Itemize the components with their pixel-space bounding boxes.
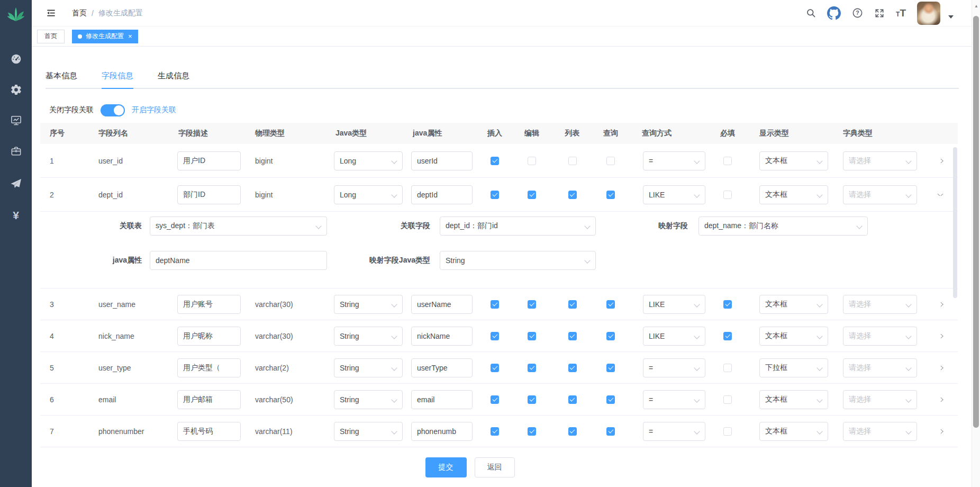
query-checkbox[interactable] <box>606 300 615 309</box>
java-type-select[interactable]: Long <box>334 185 403 204</box>
list-checkbox[interactable] <box>568 395 577 404</box>
query-type-select[interactable]: = <box>643 390 705 409</box>
field-desc-input[interactable] <box>177 358 241 377</box>
query-checkbox[interactable] <box>606 364 615 372</box>
table-scrollbar-thumb[interactable] <box>953 147 957 298</box>
required-checkbox[interactable] <box>723 332 732 340</box>
query-type-select[interactable]: = <box>643 151 705 170</box>
required-checkbox[interactable] <box>723 364 732 372</box>
dict-type-select[interactable]: 请选择 <box>843 358 917 377</box>
breadcrumb-home[interactable]: 首页 <box>72 8 87 18</box>
java-type-select[interactable]: String <box>334 422 403 441</box>
edit-checkbox[interactable] <box>528 332 536 340</box>
font-size-icon[interactable]: TT <box>896 8 906 18</box>
html-type-select[interactable]: 文本框 <box>759 327 828 346</box>
expand-row-icon[interactable] <box>937 159 943 163</box>
edit-checkbox[interactable] <box>528 364 536 372</box>
expand-row-icon[interactable] <box>937 366 943 370</box>
required-checkbox[interactable] <box>723 427 732 436</box>
relation-on-label[interactable]: 开启字段关联 <box>132 105 176 115</box>
user-menu-caret-icon[interactable] <box>948 15 954 19</box>
java-type-select[interactable]: Long <box>334 151 403 170</box>
java-type-select[interactable]: String <box>334 295 403 314</box>
relation-field-select[interactable]: dept_id：部门id <box>440 217 596 236</box>
insert-checkbox[interactable] <box>491 157 499 165</box>
scrollbar-up-arrow-icon[interactable]: ▲ <box>972 4 980 8</box>
java-field-input[interactable] <box>411 327 473 346</box>
insert-checkbox[interactable] <box>491 191 499 199</box>
collapse-row-icon[interactable] <box>937 194 943 196</box>
edit-checkbox[interactable] <box>528 395 536 404</box>
list-checkbox[interactable] <box>568 364 577 372</box>
back-button[interactable]: 返回 <box>475 457 515 477</box>
required-checkbox[interactable] <box>723 191 732 199</box>
list-checkbox[interactable] <box>568 427 577 436</box>
github-icon[interactable] <box>827 5 841 21</box>
java-field-input[interactable] <box>411 151 473 170</box>
sidebar-item-job[interactable] <box>0 168 32 199</box>
java-field-input[interactable] <box>411 185 473 204</box>
required-checkbox[interactable] <box>723 300 732 309</box>
relation-table-select[interactable]: sys_dept：部门表 <box>150 217 327 236</box>
query-checkbox[interactable] <box>606 395 615 404</box>
sidebar-item-tools[interactable] <box>0 136 32 166</box>
help-question-icon[interactable]: ? <box>852 5 863 21</box>
tab-field-info[interactable]: 字段信息 <box>102 64 133 88</box>
html-type-select[interactable]: 文本框 <box>759 151 828 170</box>
query-type-select[interactable]: LIKE <box>643 185 705 204</box>
insert-checkbox[interactable] <box>491 300 499 309</box>
insert-checkbox[interactable] <box>491 332 499 340</box>
field-desc-input[interactable] <box>177 422 241 441</box>
sidebar-item-monitor[interactable] <box>0 105 32 136</box>
field-relation-switch[interactable] <box>101 104 125 116</box>
tag-home[interactable]: 首页 <box>37 30 65 43</box>
tab-basic-info[interactable]: 基本信息 <box>46 64 77 88</box>
java-field-input[interactable] <box>411 358 473 377</box>
expand-row-icon[interactable] <box>937 429 943 434</box>
dict-type-select[interactable]: 请选择 <box>843 151 917 170</box>
sidebar-item-system[interactable] <box>0 74 32 105</box>
field-desc-input[interactable] <box>177 327 241 346</box>
java-type-select[interactable]: String <box>334 327 403 346</box>
app-logo[interactable] <box>0 0 32 30</box>
mapping-java-type-select[interactable]: String <box>440 251 596 270</box>
java-type-select[interactable]: String <box>334 390 403 409</box>
sidebar-collapse-icon[interactable] <box>46 8 56 18</box>
html-type-select[interactable]: 文本框 <box>759 185 828 204</box>
field-desc-input[interactable] <box>177 390 241 409</box>
list-checkbox[interactable] <box>568 157 577 165</box>
sidebar-item-pay[interactable]: ¥ <box>0 200 32 231</box>
dict-type-select[interactable]: 请选择 <box>843 185 917 204</box>
query-checkbox[interactable] <box>606 157 615 165</box>
edit-checkbox[interactable] <box>528 300 536 309</box>
dict-type-select[interactable]: 请选择 <box>843 295 917 314</box>
query-checkbox[interactable] <box>606 427 615 436</box>
html-type-select[interactable]: 文本框 <box>759 390 828 409</box>
submit-button[interactable]: 提交 <box>425 457 467 477</box>
insert-checkbox[interactable] <box>491 364 499 372</box>
field-desc-input[interactable] <box>177 295 241 314</box>
insert-checkbox[interactable] <box>491 395 499 404</box>
expand-row-icon[interactable] <box>937 334 943 338</box>
query-type-select[interactable]: = <box>643 358 705 377</box>
page-scrollbar[interactable]: ▲ <box>972 0 980 487</box>
query-type-select[interactable]: LIKE <box>643 327 705 346</box>
edit-checkbox[interactable] <box>528 157 536 165</box>
java-field-input[interactable] <box>411 422 473 441</box>
page-scrollbar-thumb[interactable] <box>973 16 979 428</box>
dict-type-select[interactable]: 请选择 <box>843 422 917 441</box>
html-type-select[interactable]: 下拉框 <box>759 358 828 377</box>
java-attr-input[interactable] <box>150 251 327 270</box>
list-checkbox[interactable] <box>568 332 577 340</box>
tab-gen-info[interactable]: 生成信息 <box>158 64 189 88</box>
dict-type-select[interactable]: 请选择 <box>843 327 917 346</box>
search-icon[interactable] <box>806 5 816 21</box>
query-checkbox[interactable] <box>606 332 615 340</box>
edit-checkbox[interactable] <box>528 191 536 199</box>
tag-gen-config[interactable]: 修改生成配置 × <box>72 30 138 43</box>
java-field-input[interactable] <box>411 390 473 409</box>
mapping-field-select[interactable]: dept_name：部门名称 <box>698 217 868 236</box>
list-checkbox[interactable] <box>568 191 577 199</box>
field-desc-input[interactable] <box>177 185 241 204</box>
field-desc-input[interactable] <box>177 151 241 170</box>
